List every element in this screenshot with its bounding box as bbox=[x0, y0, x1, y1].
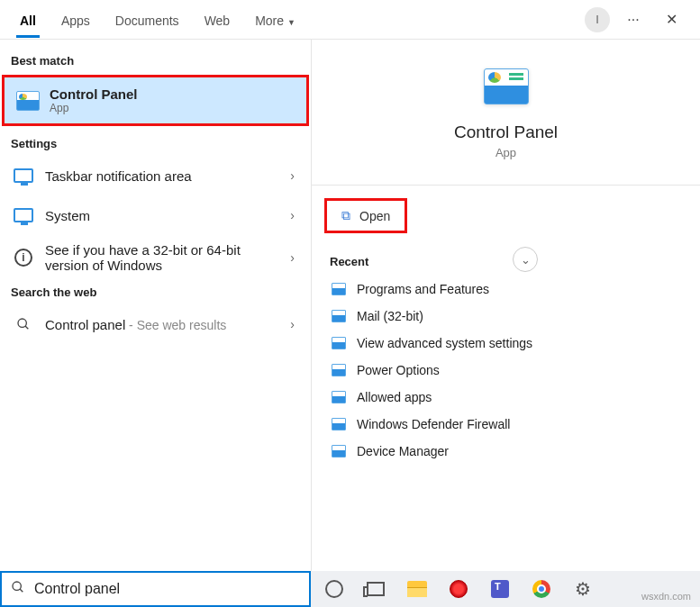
expand-icon[interactable]: ⌄ bbox=[513, 247, 538, 272]
detail-panel: Control Panel App ⧉ Open ⌄ Recent Progra… bbox=[311, 40, 700, 571]
chevron-right-icon: › bbox=[285, 208, 300, 222]
svg-point-2 bbox=[13, 582, 21, 590]
search-icon bbox=[11, 312, 36, 337]
recent-item[interactable]: Allowed apps bbox=[312, 384, 700, 411]
svg-line-1 bbox=[25, 326, 28, 329]
best-match-label: Best match bbox=[0, 49, 311, 73]
detail-header: Control Panel App bbox=[312, 40, 700, 185]
recent-icon bbox=[332, 310, 346, 322]
monitor-icon bbox=[11, 163, 36, 188]
recent-item[interactable]: Mail (32-bit) bbox=[312, 303, 700, 330]
taskbar: ⚙ bbox=[311, 571, 700, 607]
svg-line-3 bbox=[20, 589, 23, 592]
best-match-item[interactable]: Control Panel App bbox=[2, 75, 309, 126]
recent-item[interactable]: Power Options bbox=[312, 357, 700, 384]
web-search-item[interactable]: Control panel - See web results › bbox=[0, 304, 311, 344]
search-header: All Apps Documents Web More▼ I ··· ✕ bbox=[0, 0, 700, 40]
recent-item[interactable]: Windows Defender Firewall bbox=[312, 411, 700, 438]
more-options-icon[interactable]: ··· bbox=[619, 5, 648, 34]
teams-icon[interactable] bbox=[489, 578, 511, 600]
best-match-title: Control Panel bbox=[50, 86, 138, 102]
web-label: Search the web bbox=[0, 280, 311, 304]
web-item-title: Control panel - See web results bbox=[45, 317, 226, 332]
open-button[interactable]: ⧉ Open bbox=[324, 198, 407, 233]
settings-item-taskbar[interactable]: Taskbar notification area › bbox=[0, 156, 311, 195]
recent-icon bbox=[332, 418, 346, 430]
recent-icon bbox=[332, 283, 346, 295]
results-panel: Best match Control Panel App Settings Ta… bbox=[0, 40, 311, 571]
recent-item-label: Device Manager bbox=[357, 444, 449, 458]
filter-tabs: All Apps Documents Web More▼ bbox=[7, 3, 585, 37]
settings-item-title: See if you have a 32-bit or 64-bit versi… bbox=[45, 242, 261, 273]
control-panel-icon bbox=[484, 68, 529, 104]
cortana-icon[interactable] bbox=[323, 578, 345, 600]
svg-point-0 bbox=[18, 319, 26, 327]
detail-subtitle: App bbox=[330, 146, 682, 159]
user-avatar[interactable]: I bbox=[585, 7, 610, 32]
recent-label: Recent bbox=[312, 242, 700, 276]
recent-icon bbox=[332, 391, 346, 403]
recent-item-label: Power Options bbox=[357, 363, 440, 377]
tab-all[interactable]: All bbox=[7, 3, 49, 37]
settings-item-title: System bbox=[45, 208, 90, 223]
recent-item[interactable]: Programs and Features bbox=[312, 276, 700, 303]
info-icon: i bbox=[11, 245, 36, 270]
recent-icon bbox=[332, 337, 346, 349]
tab-apps[interactable]: Apps bbox=[49, 3, 103, 37]
detail-title: Control Panel bbox=[330, 122, 682, 142]
tab-web[interactable]: Web bbox=[192, 3, 243, 37]
open-icon: ⧉ bbox=[341, 208, 350, 223]
recent-icon bbox=[332, 364, 346, 376]
settings-item-title: Taskbar notification area bbox=[45, 168, 192, 184]
best-match-text: Control Panel App bbox=[50, 86, 138, 114]
open-label: Open bbox=[359, 209, 390, 223]
settings-label: Settings bbox=[0, 131, 311, 156]
recent-icon bbox=[332, 445, 346, 458]
watermark: wsxdn.com bbox=[641, 591, 691, 602]
settings-item-bitness[interactable]: i See if you have a 32-bit or 64-bit ver… bbox=[0, 235, 311, 280]
tab-documents[interactable]: Documents bbox=[103, 3, 192, 37]
opera-icon[interactable] bbox=[448, 578, 469, 600]
recent-item-label: Programs and Features bbox=[357, 282, 489, 296]
close-icon[interactable]: ✕ bbox=[657, 5, 686, 34]
tab-more-label: More bbox=[255, 14, 284, 28]
search-input[interactable] bbox=[34, 581, 300, 597]
recent-item-label: View advanced system settings bbox=[357, 336, 532, 350]
chevron-right-icon: › bbox=[285, 317, 300, 331]
recent-item[interactable]: View advanced system settings bbox=[312, 330, 700, 357]
chevron-right-icon: › bbox=[285, 168, 300, 183]
search-box[interactable] bbox=[0, 571, 311, 607]
task-view-icon[interactable] bbox=[365, 578, 386, 600]
search-body: Best match Control Panel App Settings Ta… bbox=[0, 40, 700, 571]
best-match-subtitle: App bbox=[50, 102, 138, 114]
tab-more[interactable]: More▼ bbox=[242, 3, 308, 37]
file-explorer-icon[interactable] bbox=[406, 578, 428, 600]
control-panel-icon bbox=[15, 88, 41, 113]
recent-item-label: Mail (32-bit) bbox=[357, 309, 423, 323]
monitor-icon bbox=[11, 203, 36, 228]
recent-item[interactable]: Device Manager bbox=[312, 438, 700, 465]
bottom-bar: ⚙ bbox=[0, 571, 700, 607]
settings-item-system[interactable]: System › bbox=[0, 195, 311, 235]
chrome-icon[interactable] bbox=[531, 578, 552, 600]
search-icon bbox=[11, 580, 25, 598]
separator bbox=[312, 185, 700, 186]
settings-gear-icon[interactable]: ⚙ bbox=[572, 578, 594, 600]
chevron-right-icon: › bbox=[285, 250, 300, 265]
recent-item-label: Windows Defender Firewall bbox=[357, 417, 510, 431]
header-actions: I ··· ✕ bbox=[585, 5, 693, 34]
chevron-down-icon: ▼ bbox=[287, 18, 295, 27]
recent-item-label: Allowed apps bbox=[357, 390, 432, 404]
